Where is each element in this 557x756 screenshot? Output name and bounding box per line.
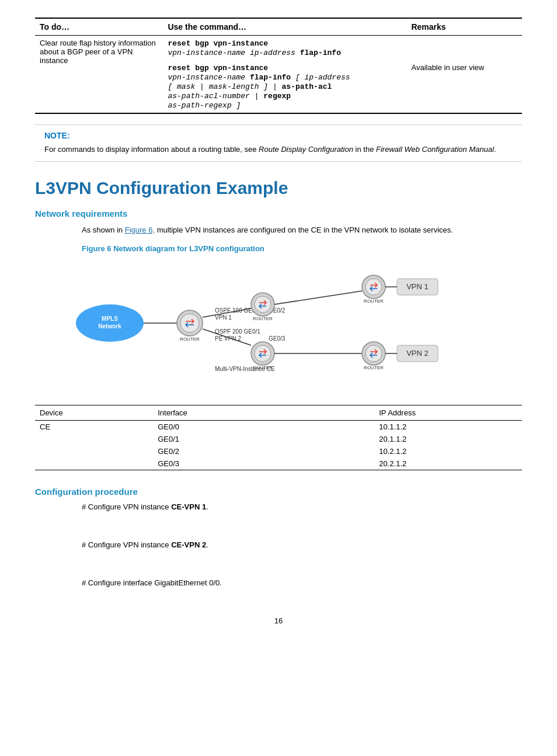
- section-title: L3VPN Configuration Example: [35, 178, 522, 198]
- table-cell-cmd1: reset bgp vpn-instance vpn-instance-name…: [163, 36, 406, 61]
- svg-text:ROUTER: ROUTER: [253, 365, 273, 370]
- page-number: 16: [35, 616, 522, 625]
- ip-table-interface: GE0/1: [153, 433, 374, 445]
- ip-table-row: GE0/1 20.1.1.2: [35, 433, 522, 445]
- table-header-remarks: Remarks: [406, 18, 522, 36]
- svg-text:MPLS: MPLS: [102, 315, 118, 322]
- svg-text:ROUTER: ROUTER: [253, 316, 273, 321]
- ip-table-ip: 20.1.1.2: [374, 433, 522, 445]
- table-cell-remarks: Available in user view: [406, 60, 522, 113]
- ip-table-row: CE GE0/0 10.1.1.2: [35, 421, 522, 434]
- svg-text:OSPF 200  GE0/1: OSPF 200 GE0/1: [215, 328, 260, 335]
- svg-point-4: [177, 310, 203, 336]
- note-text2: in the: [353, 145, 376, 154]
- note-text-before: For commands to display information abou…: [44, 145, 259, 154]
- svg-point-24: [365, 279, 382, 295]
- ip-table-header-ip: IP Address: [374, 405, 522, 421]
- table-cell-remarks-empty: [406, 36, 522, 61]
- table-header-command: Use the command…: [163, 18, 406, 36]
- note-link2: Firewall Web Configuration Manual: [376, 145, 494, 154]
- svg-text:VPN 1: VPN 1: [406, 282, 429, 291]
- ip-table-interface: GE0/0: [153, 421, 374, 434]
- cmd1-instance: vpn-instance-name ip-address: [168, 48, 300, 57]
- svg-text:ROUTER: ROUTER: [180, 337, 200, 342]
- ip-table-header-interface: Interface: [153, 405, 374, 421]
- note-text: For commands to display information abou…: [44, 144, 513, 155]
- table-cell-cmd2: reset bgp vpn-instance vpn-instance-name…: [163, 60, 406, 113]
- ip-table-device: [35, 445, 153, 457]
- svg-line-22: [274, 291, 362, 304]
- svg-point-0: [76, 304, 144, 342]
- svg-point-30: [362, 342, 385, 365]
- note-text3: .: [494, 145, 496, 154]
- svg-text:VPN 1: VPN 1: [215, 314, 232, 321]
- config-step2: # Configure VPN instance CE-VPN 2.: [82, 540, 522, 549]
- ip-table-ip: 10.2.1.2: [374, 445, 522, 457]
- config-step1: # Configure VPN instance CE-VPN 1.: [82, 502, 522, 511]
- table-cell-todo: Clear route flap history information abo…: [35, 36, 163, 114]
- table-row: Clear route flap history information abo…: [35, 36, 522, 61]
- svg-rect-26: [397, 279, 438, 295]
- ip-address-table: Device Interface IP Address CE GE0/0 10.…: [35, 405, 522, 470]
- ip-table-device: [35, 433, 153, 445]
- svg-point-23: [362, 275, 385, 299]
- table-header-todo: To do…: [35, 18, 163, 36]
- ip-table-ip: 10.1.1.2: [374, 421, 522, 434]
- ip-table-interface: GE0/3: [153, 457, 374, 470]
- note-link1[interactable]: Route Display Configuration: [259, 145, 353, 154]
- svg-rect-33: [397, 345, 438, 362]
- svg-text:PE    VPN 2: PE VPN 2: [215, 335, 241, 342]
- intro-text2: multiple VPN instances are configured on…: [155, 226, 453, 234]
- ip-table-device: [35, 457, 153, 470]
- ip-table-interface: GE0/2: [153, 445, 374, 457]
- subsection-network-requirements: Network requirements: [35, 209, 522, 219]
- subsection-config-procedure: Configuration procedure: [35, 487, 522, 497]
- ip-table-device: CE: [35, 421, 153, 434]
- svg-text:VPN 2: VPN 2: [406, 349, 429, 358]
- ip-table-ip: 20.2.1.2: [374, 457, 522, 470]
- network-diagram: MPLS Network ROUTER OSPF 100 GE0/0 VPN 1…: [70, 259, 514, 393]
- svg-point-19: [251, 342, 274, 365]
- svg-text:GE0/3: GE0/3: [269, 335, 286, 342]
- intro-text: As shown in: [82, 226, 125, 234]
- svg-text:Network: Network: [98, 323, 121, 330]
- svg-text:ROUTER: ROUTER: [364, 365, 384, 370]
- command-table: To do… Use the command… Remarks Clear ro…: [35, 18, 522, 114]
- config-step3: # Configure interface GigabitEthernet 0/…: [82, 578, 522, 587]
- svg-line-10: [203, 308, 251, 317]
- svg-point-20: [255, 345, 271, 362]
- svg-point-5: [180, 314, 199, 332]
- svg-text:OSPF 100  GE0/0: OSPF 100 GE0/0: [215, 307, 260, 314]
- cmd1-bold: reset bgp vpn-instance: [168, 39, 268, 48]
- ip-table-row: GE0/3 20.2.1.2: [35, 457, 522, 470]
- diagram-svg: MPLS Network ROUTER OSPF 100 GE0/0 VPN 1…: [70, 259, 514, 393]
- note-title: NOTE:: [44, 131, 513, 140]
- svg-point-12: [255, 296, 271, 313]
- svg-text:Multi-VPN-Instance CE: Multi-VPN-Instance CE: [215, 366, 275, 372]
- svg-line-18: [203, 329, 251, 345]
- intro-paragraph: As shown in Figure 6, multiple VPN insta…: [82, 224, 522, 237]
- svg-text:ROUTER: ROUTER: [364, 299, 384, 304]
- ip-table-row: GE0/2 10.2.1.2: [35, 445, 522, 457]
- svg-text:GE0/2: GE0/2: [269, 307, 286, 314]
- figure-link[interactable]: Figure 6,: [125, 226, 155, 234]
- svg-point-31: [365, 345, 382, 362]
- note-box: NOTE: For commands to display informatio…: [35, 124, 522, 162]
- svg-point-11: [251, 293, 274, 316]
- ip-table-header-device: Device: [35, 405, 153, 421]
- figure-caption: Figure 6 Network diagram for L3VPN confi…: [82, 244, 522, 253]
